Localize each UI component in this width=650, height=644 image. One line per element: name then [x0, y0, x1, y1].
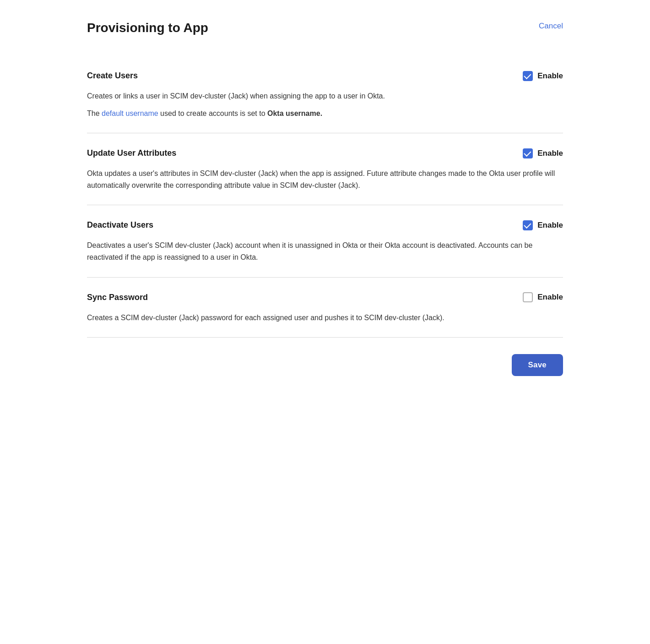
section-update-user-attributes: Update User Attributes Enable Okta updat… — [87, 133, 563, 205]
deactivate-users-title: Deactivate Users — [87, 219, 153, 231]
sync-password-enable-label: Enable — [537, 291, 563, 303]
section-create-users: Create Users Enable Creates or links a u… — [87, 56, 563, 133]
page-title: Provisioning to App — [87, 18, 208, 38]
page-container: Provisioning to App Cancel Create Users … — [73, 0, 577, 394]
create-users-desc-1: Creates or links a user in SCIM dev-clus… — [87, 90, 563, 102]
create-users-enable-control: Enable — [523, 70, 563, 82]
deactivate-users-description: Deactivates a user's SCIM dev-cluster (J… — [87, 240, 563, 263]
create-users-enable-label: Enable — [537, 70, 563, 82]
sync-password-description: Creates a SCIM dev-cluster (Jack) passwo… — [87, 312, 563, 324]
sync-password-title: Sync Password — [87, 291, 148, 304]
create-users-title: Create Users — [87, 70, 138, 82]
update-user-attributes-checkbox[interactable] — [523, 148, 533, 158]
update-user-attributes-enable-control: Enable — [523, 147, 563, 159]
deactivate-users-enable-label: Enable — [537, 219, 563, 231]
update-user-attributes-desc-1: Okta updates a user's attributes in SCIM… — [87, 168, 563, 191]
section-update-user-attributes-header: Update User Attributes Enable — [87, 147, 563, 159]
sync-password-checkbox[interactable] — [523, 292, 533, 302]
create-users-desc-2: The default username used to create acco… — [87, 108, 563, 120]
section-deactivate-users: Deactivate Users Enable Deactivates a us… — [87, 205, 563, 277]
section-sync-password: Sync Password Enable Creates a SCIM dev-… — [87, 278, 563, 338]
okta-username-bold: Okta username. — [267, 109, 322, 117]
update-user-attributes-enable-label: Enable — [537, 147, 563, 159]
footer-row: Save — [87, 338, 563, 376]
deactivate-users-desc-1: Deactivates a user's SCIM dev-cluster (J… — [87, 240, 563, 263]
default-username-link[interactable]: default username — [102, 109, 158, 117]
create-users-description: Creates or links a user in SCIM dev-clus… — [87, 90, 563, 119]
section-create-users-header: Create Users Enable — [87, 70, 563, 82]
sync-password-desc-1: Creates a SCIM dev-cluster (Jack) passwo… — [87, 312, 563, 324]
deactivate-users-checkbox[interactable] — [523, 220, 533, 230]
section-sync-password-header: Sync Password Enable — [87, 291, 563, 304]
update-user-attributes-description: Okta updates a user's attributes in SCIM… — [87, 168, 563, 191]
section-deactivate-users-header: Deactivate Users Enable — [87, 219, 563, 231]
update-user-attributes-title: Update User Attributes — [87, 147, 176, 159]
cancel-button[interactable]: Cancel — [539, 18, 563, 32]
deactivate-users-enable-control: Enable — [523, 219, 563, 231]
save-button[interactable]: Save — [512, 354, 563, 376]
page-header: Provisioning to App Cancel — [87, 18, 563, 38]
create-users-checkbox[interactable] — [523, 71, 533, 81]
sync-password-enable-control: Enable — [523, 291, 563, 303]
